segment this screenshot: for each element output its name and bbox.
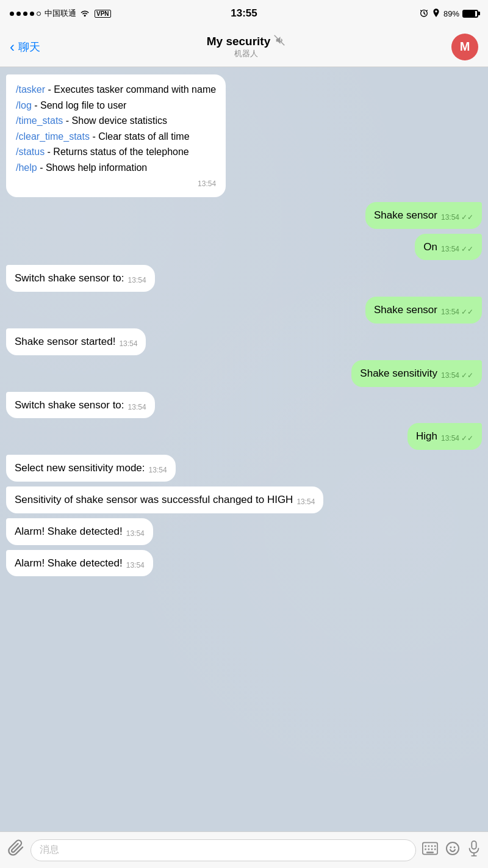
msg3-checks: ✓✓ <box>461 244 473 255</box>
svg-point-14 <box>454 846 456 848</box>
command-line-4: /clear_time_stats - Clear stats of all t… <box>16 129 216 145</box>
bubble-incoming: Sensitivity of shake sensor was successf… <box>6 486 323 513</box>
bubble-content: Sensitivity of shake sensor was successf… <box>15 493 315 507</box>
msg4-text: Switch shake sensor to: <box>15 271 124 286</box>
msg5-text: Shake sensor <box>374 303 437 317</box>
status-bar: 中国联通 VPN 13:55 89% <box>0 0 488 27</box>
status-bar-time: 13:55 <box>231 7 257 20</box>
msg-row: Shake sensor 13:54 ✓✓ <box>6 202 482 229</box>
bubble-outgoing: Shake sensor 13:54 ✓✓ <box>365 297 482 324</box>
msg-row: Shake sensitivity 13:54 ✓✓ <box>6 360 482 387</box>
back-chevron-icon: ‹ <box>10 40 15 54</box>
signal-dots <box>10 12 41 16</box>
dot2 <box>16 12 21 16</box>
msg-row: High 13:54 ✓✓ <box>6 423 482 450</box>
svg-rect-6 <box>434 845 436 847</box>
msg8-meta: 13:54 <box>128 402 146 413</box>
message-input[interactable]: 消息 <box>30 839 416 861</box>
back-label: 聊天 <box>18 40 40 54</box>
msg6-time: 13:54 <box>119 339 137 349</box>
msg10-time: 13:54 <box>149 465 167 476</box>
bubble-content: Select new sensitivity mode: 13:54 <box>15 461 167 476</box>
nav-title-area: My security 机器人 <box>40 35 451 59</box>
svg-rect-3 <box>425 845 426 847</box>
svg-rect-5 <box>431 845 433 847</box>
wifi-icon <box>80 9 91 19</box>
msg13-text: Alarm! Shake detected! <box>15 556 123 571</box>
svg-rect-11 <box>426 852 434 853</box>
msg5-checks: ✓✓ <box>461 307 473 317</box>
bubble-incoming: Select new sensitivity mode: 13:54 <box>6 455 176 482</box>
svg-line-1 <box>274 35 285 45</box>
bubble-content: Shake sensor 13:54 ✓✓ <box>374 303 473 317</box>
bubble-incoming: Switch shake sensor to: 13:54 <box>6 392 155 419</box>
msg-row: Sensitivity of shake sensor was successf… <box>6 486 482 513</box>
msg-row: On 13:54 ✓✓ <box>6 234 482 261</box>
info-bubble: /tasker - Executes tasker command with n… <box>6 74 226 197</box>
bubble-incoming: Shake sensor started! 13:54 <box>6 328 146 355</box>
msg13-meta: 13:54 <box>126 560 145 571</box>
carrier-label: 中国联通 <box>45 8 76 19</box>
battery-fill <box>464 11 475 16</box>
msg1-time: 13:54 <box>198 178 216 190</box>
command-line-3: /time_stats - Show device statistics <box>16 113 216 129</box>
msg5-time: 13:54 <box>441 307 459 317</box>
back-button[interactable]: ‹ 聊天 <box>10 40 40 54</box>
bubble-content: Switch shake sensor to: 13:54 <box>15 398 146 413</box>
msg3-text: On <box>423 240 437 255</box>
keyboard-icon[interactable] <box>422 842 438 859</box>
msg3-time: 13:54 <box>441 244 459 255</box>
input-right-icons <box>422 841 481 860</box>
avatar[interactable]: M <box>451 34 478 60</box>
msg-row: Select new sensitivity mode: 13:54 <box>6 455 482 482</box>
bubble-content: Alarm! Shake detected! 13:54 <box>15 556 145 571</box>
msg9-meta: 13:54 ✓✓ <box>441 433 473 444</box>
msg-row: Switch shake sensor to: 13:54 <box>6 392 482 419</box>
svg-rect-10 <box>434 848 436 850</box>
svg-rect-8 <box>428 848 430 850</box>
status-bar-left: 中国联通 VPN <box>10 8 111 19</box>
attach-icon[interactable] <box>7 839 24 861</box>
msg8-time: 13:54 <box>128 402 146 413</box>
status-bar-right: 89% <box>419 8 478 20</box>
msg13-time: 13:54 <box>126 560 145 571</box>
msg-row: Alarm! Shake detected! 13:54 <box>6 518 482 545</box>
msg6-text: Shake sensor started! <box>15 335 115 349</box>
dot3 <box>23 12 27 16</box>
bubble-incoming: Alarm! Shake detected! 13:54 <box>6 518 153 545</box>
msg10-meta: 13:54 <box>149 465 167 476</box>
msg12-meta: 13:54 <box>126 529 145 539</box>
bubble-outgoing: On 13:54 ✓✓ <box>415 234 482 261</box>
bubble-outgoing: High 13:54 ✓✓ <box>407 423 482 450</box>
svg-rect-4 <box>428 845 430 847</box>
msg2-text: Shake sensor <box>374 208 437 223</box>
command-line-5: /status - Returns status of the telephon… <box>16 144 216 160</box>
msg2-checks: ✓✓ <box>461 212 473 223</box>
msg4-time: 13:54 <box>128 275 146 286</box>
msg12-time: 13:54 <box>126 529 145 539</box>
location-icon <box>432 8 440 20</box>
msg2-time: 13:54 <box>441 212 459 223</box>
mute-icon <box>274 35 285 48</box>
msg4-meta: 13:54 <box>128 275 146 286</box>
voice-icon[interactable] <box>467 841 481 860</box>
msg3-meta: 13:54 ✓✓ <box>441 244 473 255</box>
msg7-time: 13:54 <box>441 371 459 381</box>
command-line-1: /tasker - Executes tasker command with n… <box>16 82 216 98</box>
bubble-outgoing: Shake sensitivity 13:54 ✓✓ <box>351 360 482 387</box>
emoji-icon[interactable] <box>445 841 460 859</box>
svg-rect-15 <box>472 841 476 848</box>
msg12-text: Alarm! Shake detected! <box>15 524 123 539</box>
msg-row: Alarm! Shake detected! 13:54 <box>6 550 482 577</box>
bubble-incoming: Switch shake sensor to: 13:54 <box>6 265 155 292</box>
input-bar: 消息 <box>0 831 488 868</box>
dot4 <box>30 12 34 16</box>
nav-title: My security <box>40 35 451 48</box>
alarm-icon <box>419 8 429 20</box>
svg-point-12 <box>447 842 459 855</box>
msg2-meta: 13:54 ✓✓ <box>441 212 473 223</box>
msg7-text: Shake sensitivity <box>360 366 437 381</box>
msg9-time: 13:54 <box>441 433 459 444</box>
bubble-content: Switch shake sensor to: 13:54 <box>15 271 146 286</box>
bubble-content: Alarm! Shake detected! 13:54 <box>15 524 145 539</box>
